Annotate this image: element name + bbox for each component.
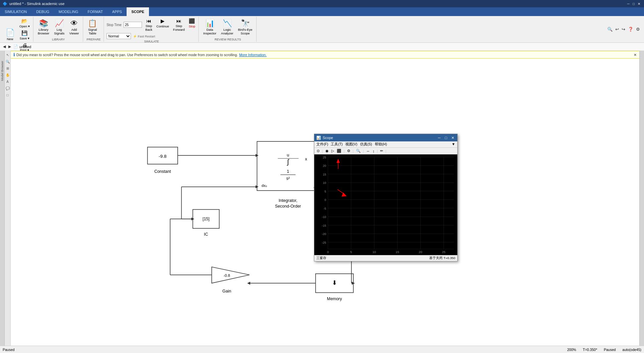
restore-button[interactable]: □ [631,1,636,6]
scope-arrow-diag [342,193,347,197]
info-close-button[interactable]: ✕ [634,53,637,57]
tab-simulation[interactable]: SIMULATION [0,7,31,16]
step-back-button[interactable]: ⏮ StepBack [144,17,154,32]
tab-scope[interactable]: SCOPE [127,7,149,16]
open-button[interactable]: 📂 Open ▾ [18,17,31,29]
scope-tool-settings[interactable]: ⚙ [346,148,351,153]
app-icon: 🔷 [3,2,7,6]
help-button[interactable]: ❓ [627,26,634,32]
ribbon-toolbar: 📄 New 📂 Open ▾ 💾 Save ▾ 🖨 Print ▾ FILE [0,16,644,43]
zoom-tool[interactable]: 🔍 [5,59,10,64]
scope-tool-edit[interactable]: ✏ [379,148,384,153]
svg-text:5: 5 [325,190,326,193]
scope-menu-tools[interactable]: 工具(T) [331,142,342,147]
minimize-button[interactable]: ─ [626,1,631,6]
birds-eye-button[interactable]: 🔭 Bird's-EyeScope [236,18,254,36]
gain-block[interactable] [212,267,250,283]
ode-solver: auto(ode45) [622,348,641,352]
info-link[interactable]: More Information. [239,53,267,57]
ribbon-tabs: SIMULATION DEBUG MODELING FORMAT APPS SC… [0,7,644,16]
forward-button[interactable]: ▶ [7,44,12,49]
step-forward-icon: ⏭ [176,18,181,24]
back-button[interactable]: ◀ [2,44,7,49]
library-browser-button[interactable]: 📚 LibraryBrowser [36,18,51,36]
scope-toolbar-sep6: | [385,149,386,153]
text-tool[interactable]: A [5,79,10,84]
scope-restore-button[interactable]: □ [443,136,449,140]
svg-text:20: 20 [323,164,326,167]
svg-text:0: 0 [325,198,326,202]
scope-menu-view[interactable]: 视图(V) [345,142,357,147]
scope-tool-config[interactable]: ⊙ [316,148,321,153]
stop-time-input[interactable] [124,22,142,28]
step-back-icon: ⏮ [146,18,151,24]
fit-tool[interactable]: ⊞ [5,66,10,71]
svg-text:-15: -15 [322,224,326,227]
new-button[interactable]: 📄 New [3,26,17,44]
memory-label: Memory [327,297,342,301]
memory-symbol: ⬇ [332,279,337,286]
add-viewer-button[interactable]: 👁 AddViewer [67,18,81,36]
scope-tool-xzoom[interactable]: ↔ [365,149,371,153]
scope-tool-play[interactable]: ▷ [330,148,335,153]
tab-debug[interactable]: DEBUG [31,7,54,16]
scope-toolbar-sep1: | [322,149,323,153]
status-bar: Paused 200% T=0.350* Paused auto(ode45) [0,346,644,353]
svg-text:25: 25 [442,250,445,254]
svg-text:5: 5 [350,250,352,254]
signal-table-button[interactable]: 📋 SignalTable [86,18,99,36]
svg-text:25: 25 [323,156,326,159]
search-button[interactable]: 🔍 [607,26,613,32]
scope-tool-yzoom[interactable]: ↕ [371,149,375,153]
simulation-mode-select[interactable]: Normal Accelerator [107,33,131,39]
model-browser-label: Model Browser [1,61,4,81]
scope-menu-help[interactable]: 帮助(H) [375,142,387,147]
continue-button[interactable]: ▶ Continue [155,17,170,32]
scope-tool-zoom[interactable]: 🔍 [355,148,362,153]
scope-menu-expand[interactable]: ▼ [452,142,455,147]
integrator-s2: s² [286,176,290,181]
far-left-panel: Model Browser [0,51,5,346]
group-review-label: REVIEW RESULTS [201,37,254,41]
tab-format[interactable]: FORMAT [83,7,108,16]
tab-apps[interactable]: APPS [108,7,127,16]
scope-close-button[interactable]: ✕ [450,136,455,140]
misc-tool[interactable]: □ [5,92,10,98]
gain-label: Gain [222,289,231,293]
log-signals-button[interactable]: 📈 LogSignals [52,18,66,36]
settings-button[interactable]: ⚙ [635,26,641,32]
select-tool[interactable]: ↖ [5,52,10,57]
tab-modeling[interactable]: MODELING [54,7,83,16]
left-sidebar: ↖ 🔍 ⊞ ✋ A 💬 □ [5,51,11,346]
logic-analyzer-button[interactable]: 📉 LogicAnalyzer [219,18,235,36]
ic-value: [15] [202,217,209,221]
pan-tool[interactable]: ✋ [5,72,10,78]
comment-tool[interactable]: 💬 [5,86,10,91]
integrator-dx0: dx₀ [262,184,267,188]
scope-menubar: 文件(F) 工具(T) 视图(V) 仿真(S) 帮助(H) ▼ [314,141,457,148]
close-button[interactable]: ✕ [637,1,641,6]
sim-time: T=0.350* [583,348,597,352]
save-button[interactable]: 💾 Save ▾ [18,29,31,41]
undo-button[interactable]: ↩ [615,26,620,32]
redo-button[interactable]: ↪ [621,26,626,32]
group-prepare: 📋 SignalTable PREPARE [84,17,104,42]
scope-window-icon: 📊 [316,136,321,140]
integrator-one: 1 [287,169,289,174]
group-library: 📚 LibraryBrowser 📈 LogSignals 👁 AddViewe… [34,17,83,42]
scope-minimize-button[interactable]: ─ [437,136,442,140]
scope-menu-sim[interactable]: 仿真(S) [360,142,372,147]
birds-eye-icon: 🔭 [241,20,250,27]
scope-menu-file[interactable]: 文件(F) [316,142,328,147]
toolstrip-right: 🔍 ↩ ↪ ❓ ⚙ [607,17,643,42]
scope-toolbar: ⊙ | ◉ ▷ ⬛ | ⚙ | 🔍 | ↔ ↕ | ✏ | [314,148,457,154]
scope-tool-stop[interactable]: ⬛ [336,148,342,153]
group-prepare-label: PREPARE [86,37,102,41]
data-inspector-button[interactable]: 📊 DataInspector [201,18,218,36]
stop-button[interactable]: ⬛ Stop [187,17,197,32]
scope-tool-record[interactable]: ◉ [324,148,330,153]
scope-toolbar-sep5: | [377,149,378,153]
step-forward-button[interactable]: ⏭ StepForward [172,17,186,32]
save-icon: 💾 [21,30,28,36]
info-bar: ℹ Did you mean to scroll? Press the mous… [11,51,639,58]
